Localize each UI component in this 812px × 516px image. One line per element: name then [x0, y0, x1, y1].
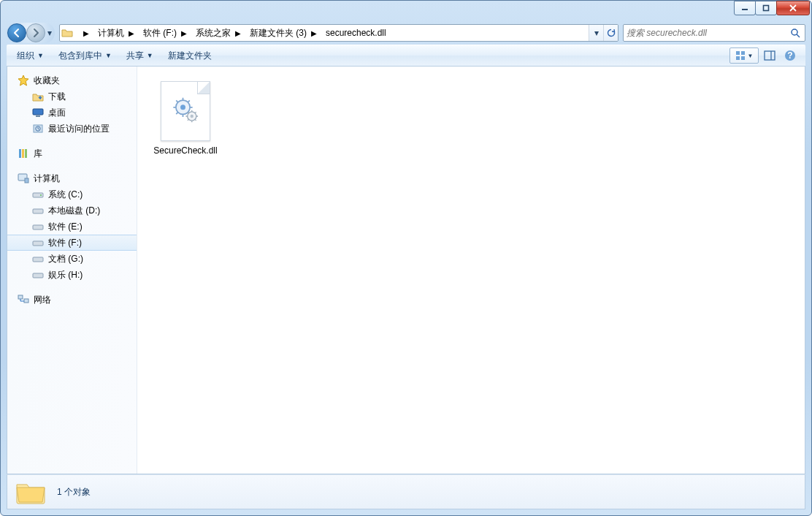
svg-rect-6 [736, 56, 740, 60]
organize-menu[interactable]: 组织▼ [9, 45, 51, 66]
close-button[interactable] [776, 1, 810, 15]
sidebar-item-recent[interactable]: 最近访问的位置 [7, 121, 137, 137]
drive-icon [32, 269, 44, 281]
svg-rect-24 [33, 225, 43, 229]
status-bar: 1 个对象 [7, 474, 805, 509]
sidebar-item-drive-f[interactable]: 软件 (F:) [7, 235, 137, 251]
svg-rect-26 [33, 257, 43, 262]
network-icon [18, 294, 29, 306]
sidebar-label: 下载 [48, 91, 66, 103]
svg-line-36 [176, 100, 177, 102]
computer-icon [18, 172, 29, 184]
nav-row: ▾ ▶ 计算机▶ 软件 (F:)▶ 系统之家▶ 新建文件夹 (3)▶ secur… [1, 21, 811, 45]
svg-line-3 [797, 34, 800, 37]
svg-point-2 [792, 29, 797, 35]
sidebar-label: 系统 (C:) [48, 189, 83, 201]
maximize-button[interactable] [755, 1, 777, 15]
address-dropdown[interactable]: ▾ [589, 25, 603, 41]
address-tail: ▾ [589, 25, 618, 41]
sidebar-item-drive-d[interactable]: 本地磁盘 (D:) [7, 202, 137, 219]
svg-rect-29 [24, 299, 28, 303]
share-menu[interactable]: 共享▼ [119, 45, 161, 66]
svg-text:?: ? [787, 50, 792, 61]
drive-icon [32, 205, 44, 216]
svg-rect-27 [33, 273, 43, 278]
toolbar-label: 共享 [126, 50, 144, 62]
svg-point-22 [40, 194, 42, 196]
sidebar-item-desktop[interactable]: 桌面 [7, 105, 137, 121]
breadcrumb-item[interactable]: securecheck.dll [321, 25, 391, 41]
sidebar-label: 文档 (G:) [48, 253, 83, 265]
svg-rect-17 [22, 149, 24, 158]
breadcrumb-label: 系统之家 [196, 27, 231, 39]
sidebar-item-drive-e[interactable]: 软件 (E:) [7, 219, 137, 235]
svg-line-37 [176, 113, 177, 114]
breadcrumb-label: 新建文件夹 (3) [250, 27, 307, 39]
back-button[interactable] [7, 23, 26, 42]
svg-rect-28 [18, 295, 23, 299]
preview-pane-button[interactable] [760, 48, 779, 64]
svg-line-38 [188, 100, 189, 102]
breadcrumb-item[interactable]: 软件 (F:)▶ [139, 25, 191, 41]
sidebar-item-favorites[interactable]: 收藏夹 [7, 72, 137, 88]
breadcrumb-item[interactable]: 系统之家▶ [191, 25, 245, 41]
view-menu[interactable]: ▼ [729, 48, 759, 64]
sidebar-label: 本地磁盘 (D:) [48, 205, 100, 217]
svg-line-45 [195, 119, 196, 120]
sidebar-group-network: 网络 [7, 292, 137, 308]
svg-rect-20 [25, 178, 28, 183]
explorer-window: ▾ ▶ 计算机▶ 软件 (F:)▶ 系统之家▶ 新建文件夹 (3)▶ secur… [0, 0, 812, 516]
sidebar-item-libraries[interactable]: 库 [7, 145, 137, 162]
svg-rect-4 [736, 51, 740, 55]
search-input[interactable] [627, 28, 789, 38]
sidebar-item-downloads[interactable]: 下载 [7, 88, 137, 105]
help-button[interactable]: ? [781, 48, 800, 64]
body: 收藏夹 下载 桌面 最 [7, 67, 805, 474]
breadcrumb-item[interactable]: 计算机▶ [93, 25, 139, 41]
drive-icon [32, 253, 44, 265]
svg-rect-12 [33, 109, 43, 115]
titlebar [1, 1, 811, 21]
file-name: SecureCheck.dll [153, 145, 217, 156]
svg-rect-1 [764, 6, 769, 11]
svg-rect-18 [25, 149, 27, 158]
libraries-icon [18, 148, 29, 159]
file-item[interactable]: SecureCheck.dll [149, 78, 222, 159]
nav-buttons: ▾ [7, 23, 55, 43]
sidebar-item-drive-h[interactable]: 娱乐 (H:) [7, 267, 137, 283]
star-icon [18, 75, 29, 86]
svg-point-39 [180, 105, 185, 110]
sidebar-label: 网络 [34, 294, 51, 306]
breadcrumb-item[interactable]: ▶ [74, 25, 93, 41]
forward-button[interactable] [26, 23, 45, 42]
sidebar-item-drive-c[interactable]: 系统 (C:) [7, 186, 137, 202]
sidebar-label: 计算机 [34, 172, 60, 185]
sidebar-label: 软件 (F:) [48, 237, 82, 249]
breadcrumb-item[interactable]: 新建文件夹 (3)▶ [245, 25, 321, 41]
content-pane[interactable]: SecureCheck.dll [137, 67, 805, 474]
sidebar-group-favorites: 收藏夹 下载 桌面 最 [7, 72, 137, 137]
new-folder-button[interactable]: 新建文件夹 [161, 45, 219, 66]
recent-icon [32, 123, 44, 134]
folder-icon [60, 27, 74, 39]
toolbar-right: ▼ ? [729, 48, 803, 64]
minimize-button[interactable] [734, 1, 756, 15]
sidebar-label: 最近访问的位置 [48, 123, 110, 135]
download-icon [32, 91, 44, 102]
sidebar: 收藏夹 下载 桌面 最 [7, 67, 137, 474]
svg-line-47 [188, 119, 188, 120]
search-box[interactable] [623, 24, 805, 42]
folder-large-icon [15, 479, 47, 505]
sidebar-item-computer[interactable]: 计算机 [7, 170, 137, 186]
address-bar[interactable]: ▶ 计算机▶ 软件 (F:)▶ 系统之家▶ 新建文件夹 (3)▶ securec… [59, 24, 618, 42]
sidebar-label: 软件 (E:) [48, 221, 83, 233]
refresh-button[interactable] [603, 25, 618, 41]
nav-history-dropdown[interactable]: ▾ [45, 25, 54, 41]
sidebar-item-network[interactable]: 网络 [7, 292, 137, 308]
include-in-library-menu[interactable]: 包含到库中▼ [51, 45, 119, 66]
drive-icon [32, 237, 44, 248]
desktop-icon [32, 107, 44, 118]
toolbar-label: 新建文件夹 [168, 50, 212, 62]
sidebar-item-drive-g[interactable]: 文档 (G:) [7, 251, 137, 267]
toolbar: 组织▼ 包含到库中▼ 共享▼ 新建文件夹 ▼ ? [7, 45, 805, 67]
